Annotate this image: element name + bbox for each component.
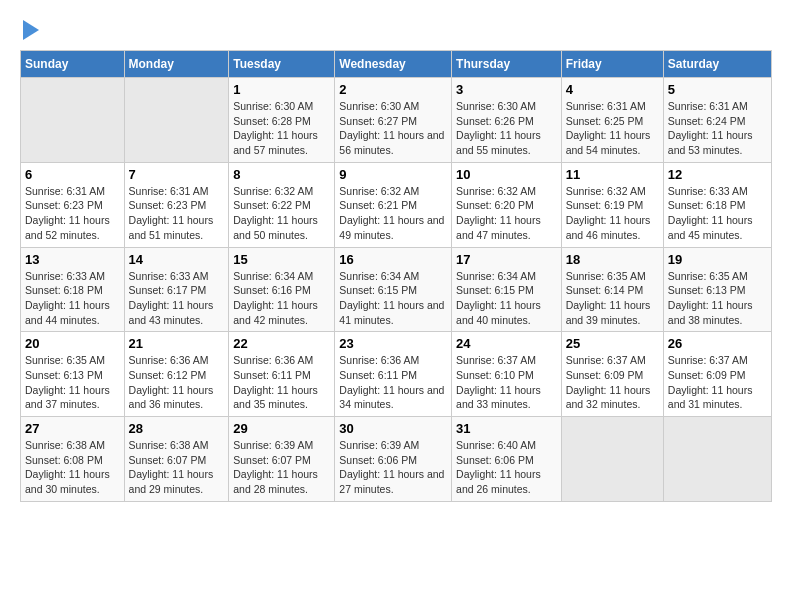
day-number: 27 (25, 421, 120, 436)
day-info: Sunrise: 6:40 AMSunset: 6:06 PMDaylight:… (456, 438, 557, 497)
day-info: Sunrise: 6:32 AMSunset: 6:21 PMDaylight:… (339, 184, 447, 243)
calendar-cell: 10Sunrise: 6:32 AMSunset: 6:20 PMDayligh… (452, 162, 562, 247)
calendar-cell: 20Sunrise: 6:35 AMSunset: 6:13 PMDayligh… (21, 332, 125, 417)
day-info: Sunrise: 6:35 AMSunset: 6:13 PMDaylight:… (668, 269, 767, 328)
day-info: Sunrise: 6:38 AMSunset: 6:07 PMDaylight:… (129, 438, 225, 497)
calendar-cell: 19Sunrise: 6:35 AMSunset: 6:13 PMDayligh… (663, 247, 771, 332)
day-info: Sunrise: 6:32 AMSunset: 6:19 PMDaylight:… (566, 184, 659, 243)
day-info: Sunrise: 6:35 AMSunset: 6:14 PMDaylight:… (566, 269, 659, 328)
day-number: 5 (668, 82, 767, 97)
calendar-cell: 3Sunrise: 6:30 AMSunset: 6:26 PMDaylight… (452, 78, 562, 163)
calendar-cell (124, 78, 229, 163)
day-number: 14 (129, 252, 225, 267)
day-of-week-header: Tuesday (229, 51, 335, 78)
day-number: 7 (129, 167, 225, 182)
day-number: 10 (456, 167, 557, 182)
day-of-week-header: Thursday (452, 51, 562, 78)
calendar-table: SundayMondayTuesdayWednesdayThursdayFrid… (20, 50, 772, 502)
logo (20, 20, 39, 40)
calendar-cell: 27Sunrise: 6:38 AMSunset: 6:08 PMDayligh… (21, 417, 125, 502)
day-of-week-header: Friday (561, 51, 663, 78)
day-number: 3 (456, 82, 557, 97)
day-of-week-header: Saturday (663, 51, 771, 78)
day-info: Sunrise: 6:32 AMSunset: 6:20 PMDaylight:… (456, 184, 557, 243)
calendar-cell: 8Sunrise: 6:32 AMSunset: 6:22 PMDaylight… (229, 162, 335, 247)
day-number: 8 (233, 167, 330, 182)
day-number: 18 (566, 252, 659, 267)
calendar-cell: 1Sunrise: 6:30 AMSunset: 6:28 PMDaylight… (229, 78, 335, 163)
day-info: Sunrise: 6:31 AMSunset: 6:23 PMDaylight:… (25, 184, 120, 243)
day-number: 17 (456, 252, 557, 267)
calendar-cell (21, 78, 125, 163)
calendar-cell: 18Sunrise: 6:35 AMSunset: 6:14 PMDayligh… (561, 247, 663, 332)
calendar-cell: 15Sunrise: 6:34 AMSunset: 6:16 PMDayligh… (229, 247, 335, 332)
day-info: Sunrise: 6:37 AMSunset: 6:09 PMDaylight:… (668, 353, 767, 412)
calendar-cell: 11Sunrise: 6:32 AMSunset: 6:19 PMDayligh… (561, 162, 663, 247)
day-info: Sunrise: 6:36 AMSunset: 6:12 PMDaylight:… (129, 353, 225, 412)
calendar-cell: 2Sunrise: 6:30 AMSunset: 6:27 PMDaylight… (335, 78, 452, 163)
day-number: 12 (668, 167, 767, 182)
day-info: Sunrise: 6:30 AMSunset: 6:26 PMDaylight:… (456, 99, 557, 158)
day-number: 15 (233, 252, 330, 267)
day-info: Sunrise: 6:33 AMSunset: 6:18 PMDaylight:… (25, 269, 120, 328)
day-info: Sunrise: 6:33 AMSunset: 6:17 PMDaylight:… (129, 269, 225, 328)
calendar-cell: 17Sunrise: 6:34 AMSunset: 6:15 PMDayligh… (452, 247, 562, 332)
calendar-cell: 21Sunrise: 6:36 AMSunset: 6:12 PMDayligh… (124, 332, 229, 417)
day-of-week-header: Sunday (21, 51, 125, 78)
calendar-cell (561, 417, 663, 502)
logo-arrow-icon (23, 20, 39, 40)
calendar-cell: 16Sunrise: 6:34 AMSunset: 6:15 PMDayligh… (335, 247, 452, 332)
day-info: Sunrise: 6:35 AMSunset: 6:13 PMDaylight:… (25, 353, 120, 412)
calendar-cell: 14Sunrise: 6:33 AMSunset: 6:17 PMDayligh… (124, 247, 229, 332)
day-number: 26 (668, 336, 767, 351)
day-info: Sunrise: 6:37 AMSunset: 6:09 PMDaylight:… (566, 353, 659, 412)
day-info: Sunrise: 6:36 AMSunset: 6:11 PMDaylight:… (339, 353, 447, 412)
day-info: Sunrise: 6:37 AMSunset: 6:10 PMDaylight:… (456, 353, 557, 412)
calendar-cell: 7Sunrise: 6:31 AMSunset: 6:23 PMDaylight… (124, 162, 229, 247)
day-number: 2 (339, 82, 447, 97)
day-number: 25 (566, 336, 659, 351)
day-info: Sunrise: 6:30 AMSunset: 6:27 PMDaylight:… (339, 99, 447, 158)
day-number: 23 (339, 336, 447, 351)
day-info: Sunrise: 6:31 AMSunset: 6:24 PMDaylight:… (668, 99, 767, 158)
day-number: 30 (339, 421, 447, 436)
day-info: Sunrise: 6:34 AMSunset: 6:15 PMDaylight:… (456, 269, 557, 328)
day-info: Sunrise: 6:39 AMSunset: 6:06 PMDaylight:… (339, 438, 447, 497)
calendar-cell: 4Sunrise: 6:31 AMSunset: 6:25 PMDaylight… (561, 78, 663, 163)
day-number: 21 (129, 336, 225, 351)
calendar-cell: 9Sunrise: 6:32 AMSunset: 6:21 PMDaylight… (335, 162, 452, 247)
day-number: 31 (456, 421, 557, 436)
day-number: 20 (25, 336, 120, 351)
day-number: 29 (233, 421, 330, 436)
day-number: 19 (668, 252, 767, 267)
day-of-week-header: Monday (124, 51, 229, 78)
day-of-week-header: Wednesday (335, 51, 452, 78)
day-info: Sunrise: 6:34 AMSunset: 6:15 PMDaylight:… (339, 269, 447, 328)
day-number: 24 (456, 336, 557, 351)
calendar-cell: 29Sunrise: 6:39 AMSunset: 6:07 PMDayligh… (229, 417, 335, 502)
calendar-cell: 12Sunrise: 6:33 AMSunset: 6:18 PMDayligh… (663, 162, 771, 247)
day-info: Sunrise: 6:31 AMSunset: 6:23 PMDaylight:… (129, 184, 225, 243)
day-info: Sunrise: 6:39 AMSunset: 6:07 PMDaylight:… (233, 438, 330, 497)
calendar-cell: 22Sunrise: 6:36 AMSunset: 6:11 PMDayligh… (229, 332, 335, 417)
day-number: 4 (566, 82, 659, 97)
day-info: Sunrise: 6:31 AMSunset: 6:25 PMDaylight:… (566, 99, 659, 158)
day-number: 6 (25, 167, 120, 182)
day-info: Sunrise: 6:34 AMSunset: 6:16 PMDaylight:… (233, 269, 330, 328)
day-number: 16 (339, 252, 447, 267)
calendar-cell: 25Sunrise: 6:37 AMSunset: 6:09 PMDayligh… (561, 332, 663, 417)
day-number: 28 (129, 421, 225, 436)
day-number: 22 (233, 336, 330, 351)
day-number: 13 (25, 252, 120, 267)
calendar-cell: 13Sunrise: 6:33 AMSunset: 6:18 PMDayligh… (21, 247, 125, 332)
day-info: Sunrise: 6:32 AMSunset: 6:22 PMDaylight:… (233, 184, 330, 243)
day-info: Sunrise: 6:30 AMSunset: 6:28 PMDaylight:… (233, 99, 330, 158)
day-number: 1 (233, 82, 330, 97)
page-header (20, 20, 772, 40)
day-info: Sunrise: 6:36 AMSunset: 6:11 PMDaylight:… (233, 353, 330, 412)
day-info: Sunrise: 6:38 AMSunset: 6:08 PMDaylight:… (25, 438, 120, 497)
day-info: Sunrise: 6:33 AMSunset: 6:18 PMDaylight:… (668, 184, 767, 243)
day-number: 11 (566, 167, 659, 182)
calendar-cell: 6Sunrise: 6:31 AMSunset: 6:23 PMDaylight… (21, 162, 125, 247)
calendar-cell: 5Sunrise: 6:31 AMSunset: 6:24 PMDaylight… (663, 78, 771, 163)
